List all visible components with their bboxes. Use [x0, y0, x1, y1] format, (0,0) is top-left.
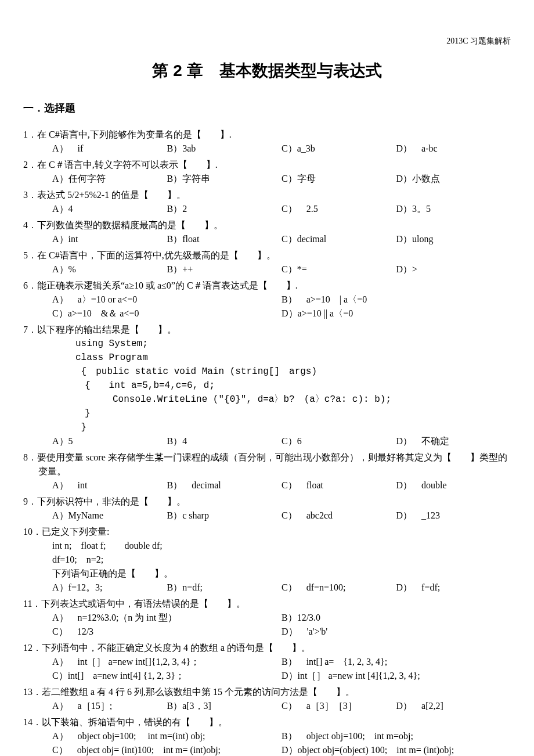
- option: C） df=n=100;: [282, 581, 396, 595]
- option: D）ulong: [396, 232, 511, 246]
- options: A）intB）floatC）decimalD）ulong: [23, 232, 511, 246]
- options: A） a［15］;B）a[3，3]C） a［3］［3］D） a[2,2]: [23, 699, 511, 713]
- option: C） object obj= (int)100; int m= (int)obj…: [52, 743, 282, 756]
- option: C）a>=10 &＆ a<=0: [52, 307, 282, 321]
- question: 2．在 C＃语言中,转义字符不可以表示【 】.A）任何字符B）字符串C）字母D）…: [23, 158, 511, 186]
- chapter-title: 第 2 章 基本数据类型与表达式: [23, 59, 511, 83]
- question: 10．已定义下列变量: int n; float f; double df; d…: [23, 525, 511, 595]
- option: D）3。5: [396, 202, 511, 216]
- option: C）字母: [282, 172, 396, 186]
- question-stem: 8．要使用变量 score 来存储学生某一门课程的成绩（百分制，可能出现小数部分…: [23, 451, 511, 478]
- option: A）int: [52, 232, 167, 246]
- option: D）>: [396, 262, 511, 276]
- option: C）6: [282, 434, 396, 448]
- question-stem: 12．下列语句中，不能正确定义长度为 4 的数组 a 的语句是【 】。: [23, 641, 511, 655]
- option: A） int: [52, 478, 167, 492]
- question-stem: 3．表达式 5/2+5%2-1 的值是【 】。: [23, 188, 511, 202]
- question-stem: 4．下列数值类型的数据精度最高的是【 】。: [23, 218, 511, 232]
- options: A）5B）4C）6D） 不确定: [23, 434, 511, 448]
- option: A）4: [52, 202, 167, 216]
- options: A） object obj=100; int m=(int) obj;B） ob…: [23, 729, 511, 756]
- question-subtext: 下列语句正确的是【 】。: [23, 567, 511, 581]
- question: 13．若二维数组 a 有 4 行 6 列,那么该数组中第 15 个元素的访问方法…: [23, 685, 511, 713]
- option: D） a[2,2]: [396, 699, 511, 713]
- options: A） intB） decimalC） floatD） double: [23, 478, 511, 492]
- option: D）小数点: [396, 172, 511, 186]
- option: D） double: [396, 478, 511, 492]
- option: D）object obj=(object) 100; int m= (int)o…: [282, 743, 511, 756]
- option: C） abc2cd: [282, 509, 396, 523]
- option: B）3ab: [167, 142, 282, 156]
- option: C）decimal: [282, 232, 396, 246]
- question-stem: 1．在 C#语言中,下列能够作为变量名的是【 】.: [23, 128, 511, 142]
- option: A） if: [52, 142, 167, 156]
- option: D）int［］ a=new int [4]{1,2, 3, 4};: [282, 669, 511, 683]
- option: C）*=: [282, 262, 396, 276]
- options: A） ifB）3abC）a_3bD） a-bc: [23, 142, 511, 156]
- option: B）c sharp: [167, 509, 282, 523]
- option: D） _123: [396, 509, 511, 523]
- question-stem: 11．下列表达式或语句中，有语法错误的是【 】。: [23, 597, 511, 611]
- questions-container: 1．在 C#语言中,下列能够作为变量名的是【 】.A） ifB）3abC）a_3…: [23, 128, 511, 756]
- header-right: 2013C 习题集解析: [23, 35, 511, 47]
- option: B）12/3.0: [282, 611, 511, 625]
- question: 14．以下装箱、拆箱语句中，错误的有【 】。A） object obj=100;…: [23, 715, 511, 756]
- question-stem: 9．下列标识符中，非法的是【 】。: [23, 495, 511, 509]
- option: B） a>=10 | a〈=0: [282, 293, 511, 307]
- option: B）++: [167, 262, 282, 276]
- question-stem: 6．能正确表示逻辑关系“a≥10 或 a≤0”的 C＃语言表达式是【 】.: [23, 279, 511, 293]
- code-block: using System; class Program { public sta…: [23, 337, 511, 434]
- question: 6．能正确表示逻辑关系“a≥10 或 a≤0”的 C＃语言表达式是【 】.A） …: [23, 279, 511, 321]
- option: B）4: [167, 434, 282, 448]
- option: A） a［15］;: [52, 699, 167, 713]
- option: A）%: [52, 262, 167, 276]
- option: B）a[3，3]: [167, 699, 282, 713]
- option: B）2: [167, 202, 282, 216]
- question: 5．在 C#语言中，下面的运算符中,优先级最高的是【 】。A）%B）++C）*=…: [23, 249, 511, 276]
- question: 4．下列数值类型的数据精度最高的是【 】。A）intB）floatC）decim…: [23, 218, 511, 246]
- options: A）MyNameB）c sharpC） abc2cdD） _123: [23, 509, 511, 523]
- question-stem: 14．以下装箱、拆箱语句中，错误的有【 】。: [23, 715, 511, 729]
- option: C）int[] a=new int[4] {1, 2, 3}；: [52, 669, 282, 683]
- question: 8．要使用变量 score 来存储学生某一门课程的成绩（百分制，可能出现小数部分…: [23, 451, 511, 492]
- option: C） 2.5: [282, 202, 396, 216]
- option: D） f=df;: [396, 581, 511, 595]
- option: C）a_3b: [282, 142, 396, 156]
- options: A）f=12。3;B）n=df;C） df=n=100;D） f=df;: [23, 581, 511, 595]
- option: B）字符串: [167, 172, 282, 186]
- question: 1．在 C#语言中,下列能够作为变量名的是【 】.A） ifB）3abC）a_3…: [23, 128, 511, 156]
- option: B）n=df;: [167, 581, 282, 595]
- option: A） int［］ a=new int[]{1,2, 3, 4}；: [52, 655, 282, 669]
- option: C） 12/3: [52, 625, 282, 639]
- option: A）f=12。3;: [52, 581, 167, 595]
- question: 7．以下程序的输出结果是【 】。using System; class Prog…: [23, 323, 511, 448]
- question-stem: 7．以下程序的输出结果是【 】。: [23, 323, 511, 337]
- option: D）a>=10 || a〈=0: [282, 307, 511, 321]
- question: 3．表达式 5/2+5%2-1 的值是【 】。A）4B）2C） 2.5D）3。5: [23, 188, 511, 216]
- option: D） a-bc: [396, 142, 511, 156]
- question-subtext: int n; float f; double df;: [23, 539, 511, 553]
- option: A） object obj=100; int m=(int) obj;: [52, 729, 282, 743]
- option: B） int[] a= {1, 2, 3, 4};: [282, 655, 511, 669]
- option: D） 不确定: [396, 434, 511, 448]
- question: 12．下列语句中，不能正确定义长度为 4 的数组 a 的语句是【 】。A） in…: [23, 641, 511, 683]
- option: A） a〉=10 or a<=0: [52, 293, 282, 307]
- options: A） a〉=10 or a<=0B） a>=10 | a〈=0C）a>=10 &…: [23, 293, 511, 321]
- question-stem: 13．若二维数组 a 有 4 行 6 列,那么该数组中第 15 个元素的访问方法…: [23, 685, 511, 699]
- option: C） a［3］［3］: [282, 699, 396, 713]
- option: C） float: [282, 478, 396, 492]
- option: B）float: [167, 232, 282, 246]
- options: A）%B）++C）*=D）>: [23, 262, 511, 276]
- question: 11．下列表达式或语句中，有语法错误的是【 】。A） n=12%3.0;（n 为…: [23, 597, 511, 639]
- option: A） n=12%3.0;（n 为 int 型）: [52, 611, 282, 625]
- options: A）任何字符B）字符串C）字母D）小数点: [23, 172, 511, 186]
- option: A）任何字符: [52, 172, 167, 186]
- section-title: 一．选择题: [23, 100, 511, 116]
- option: A）MyName: [52, 509, 167, 523]
- question: 9．下列标识符中，非法的是【 】。A）MyNameB）c sharpC） abc…: [23, 495, 511, 523]
- options: A）4B）2C） 2.5D）3。5: [23, 202, 511, 216]
- question-stem: 2．在 C＃语言中,转义字符不可以表示【 】.: [23, 158, 511, 172]
- question-stem: 5．在 C#语言中，下面的运算符中,优先级最高的是【 】。: [23, 249, 511, 262]
- option: B） object obj=100; int m=obj;: [282, 729, 511, 743]
- options: A） int［］ a=new int[]{1,2, 3, 4}；B） int[]…: [23, 655, 511, 683]
